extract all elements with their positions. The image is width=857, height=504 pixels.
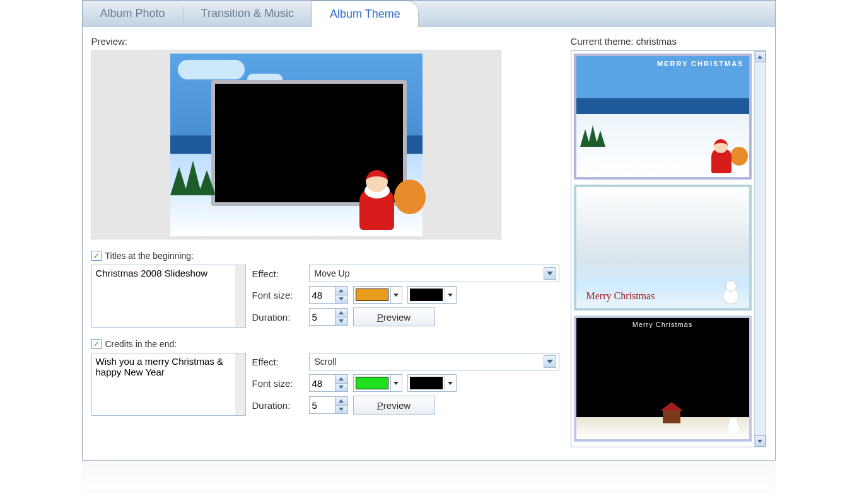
current-theme-label: Current theme: christmas [571,36,766,47]
titles-duration-label: Duration: [252,312,304,323]
credits-fontsize-label: Font size: [252,378,304,389]
credits-duration-label: Duration: [252,400,304,411]
scroll-track[interactable] [755,62,766,435]
theme-preview-box [91,50,501,239]
chevron-down-icon [390,375,402,391]
snowman-icon [726,415,740,434]
theme-list[interactable]: MERRY CHRISTMAS Merry Christmas Merry Ch… [571,51,754,447]
theme-caption: Merry Christmas [586,290,655,302]
snowman-icon [720,279,740,304]
scroll-up-button[interactable] [755,51,766,62]
spin-down-icon[interactable] [335,406,347,414]
color-swatch [356,289,388,301]
house-icon [663,410,680,423]
titles-effect-value: Move Up [315,268,350,278]
tree-icon [595,130,605,147]
spin-up-icon[interactable] [335,397,347,406]
credits-effect-value: Scroll [315,357,337,367]
theme-scrollbar[interactable] [754,51,766,447]
theme-caption: Merry Christmas [576,321,749,328]
scroll-down-button[interactable] [755,435,766,447]
tab-bar: Album Photo Transition & Music Album The… [83,1,775,27]
titles-duration-spinner[interactable] [309,308,348,326]
titles-effect-dropdown[interactable]: Move Up [309,265,559,282]
santa-icon [353,161,416,230]
tab-album-photo[interactable]: Album Photo [83,1,183,26]
titles-effect-label: Effect: [252,268,304,279]
reflection-decoration [82,461,776,492]
credits-duration-input[interactable] [310,397,335,413]
credits-fontsize-spinner[interactable] [309,374,348,392]
credits-text-color-picker[interactable] [353,374,402,392]
titles-text-input[interactable]: Christmas 2008 Slideshow [91,265,246,328]
credits-effect-label: Effect: [252,357,304,367]
titles-preview-button[interactable]: Preview [353,307,435,326]
chevron-down-icon [445,287,456,303]
credits-preview-button[interactable]: Preview [353,396,435,415]
titles-section: ✓ Titles at the beginning: Christmas 200… [91,251,559,328]
titles-checkbox-label: Titles at the beginning: [105,251,194,261]
tree-icon [198,170,216,195]
chevron-down-icon [390,287,402,303]
theme-item[interactable]: Merry Christmas [574,316,752,442]
color-swatch [410,377,443,389]
theme-listbox: MERRY CHRISTMAS Merry Christmas Merry Ch… [571,50,766,447]
credits-text-input[interactable]: Wish you a merry Christmas & happy New Y… [91,353,246,416]
titles-bg-color-picker[interactable] [407,286,457,304]
left-column: Preview: ✓ Titles at th [91,36,559,447]
credits-effect-dropdown[interactable]: Scroll [309,353,559,370]
theme-preview-image [170,54,423,236]
tab-transition-music[interactable]: Transition & Music [184,1,312,26]
theme-caption: MERRY CHRISTMAS [657,60,744,67]
credits-fontsize-input[interactable] [310,375,335,391]
cloud-icon [177,59,246,81]
spin-up-icon[interactable] [335,287,347,295]
titles-checkbox[interactable]: ✓ [91,251,102,261]
chevron-down-icon [544,355,556,368]
credits-checkbox[interactable]: ✓ [91,339,102,349]
theme-item[interactable]: Merry Christmas [574,185,752,311]
album-theme-panel: Album Photo Transition & Music Album The… [82,0,776,461]
chevron-down-icon [445,375,456,391]
theme-item[interactable]: MERRY CHRISTMAS [574,54,752,180]
credits-duration-spinner[interactable] [309,396,348,414]
spin-down-icon[interactable] [335,318,347,326]
titles-text-color-picker[interactable] [353,286,402,304]
chevron-down-icon [544,267,556,280]
tab-album-theme[interactable]: Album Theme [312,1,419,27]
spin-down-icon[interactable] [335,295,347,304]
titles-fontsize-input[interactable] [310,287,335,303]
color-swatch [410,289,443,301]
spin-down-icon[interactable] [335,384,347,392]
santa-icon [708,135,743,173]
color-swatch [356,377,388,389]
titles-fontsize-label: Font size: [252,290,304,301]
preview-label: Preview: [91,36,559,47]
titles-fontsize-spinner[interactable] [309,286,348,304]
content: Preview: ✓ Titles at th [83,27,775,460]
titles-duration-input[interactable] [310,309,335,325]
spin-up-icon[interactable] [335,309,347,318]
credits-section: ✓ Credits in the end: Wish you a merry C… [91,339,559,416]
credits-checkbox-label: Credits in the end: [105,339,177,349]
credits-bg-color-picker[interactable] [407,374,457,392]
spin-up-icon[interactable] [335,375,347,384]
right-column: Current theme: christmas MERRY CHRISTMAS… [571,36,766,447]
